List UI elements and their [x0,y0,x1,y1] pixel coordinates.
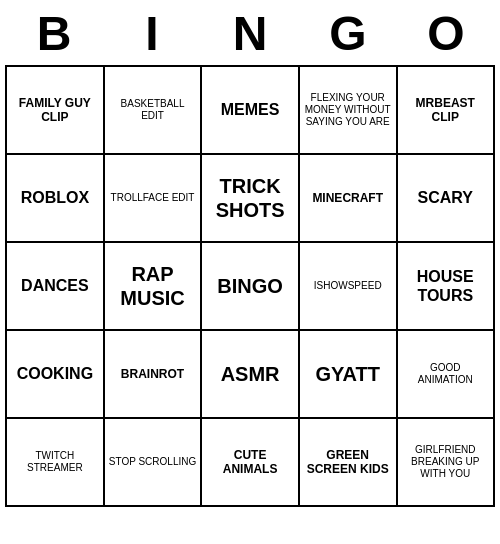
letter-o: O [402,6,490,61]
cell-r4-c0[interactable]: TWITCH STREAMER [6,418,104,506]
cell-r4-c2[interactable]: CUTE ANIMALS [201,418,299,506]
cell-r2-c1[interactable]: RAP MUSIC [104,242,202,330]
cell-r0-c2[interactable]: MEMES [201,66,299,154]
cell-r0-c3[interactable]: FLEXING YOUR MONEY WITHOUT SAYING YOU AR… [299,66,397,154]
cell-r2-c4[interactable]: HOUSE TOURS [397,242,494,330]
letter-i: I [108,6,196,61]
cell-r0-c1[interactable]: BASKETBALL EDIT [104,66,202,154]
cell-r2-c3[interactable]: ISHOWSPEED [299,242,397,330]
bingo-header: B I N G O [5,0,495,65]
cell-r0-c4[interactable]: MRBEAST CLIP [397,66,494,154]
cell-r3-c4[interactable]: GOOD ANIMATION [397,330,494,418]
bingo-grid: FAMILY GUY CLIPBASKETBALL EDITMEMESFLEXI… [5,65,495,507]
cell-r3-c0[interactable]: COOKING [6,330,104,418]
letter-g: G [304,6,392,61]
cell-r2-c2[interactable]: BINGO [201,242,299,330]
letter-b: B [10,6,98,61]
cell-r4-c1[interactable]: STOP SCROLLING [104,418,202,506]
cell-r0-c0[interactable]: FAMILY GUY CLIP [6,66,104,154]
cell-r1-c1[interactable]: TROLLFACE EDIT [104,154,202,242]
cell-r2-c0[interactable]: DANCES [6,242,104,330]
cell-r1-c0[interactable]: ROBLOX [6,154,104,242]
letter-n: N [206,6,294,61]
cell-r3-c1[interactable]: BRAINROT [104,330,202,418]
cell-r3-c3[interactable]: GYATT [299,330,397,418]
cell-r4-c4[interactable]: GIRLFRIEND BREAKING UP WITH YOU [397,418,494,506]
cell-r1-c3[interactable]: MINECRAFT [299,154,397,242]
cell-r1-c4[interactable]: SCARY [397,154,494,242]
cell-r4-c3[interactable]: GREEN SCREEN KIDS [299,418,397,506]
cell-r1-c2[interactable]: TRICK SHOTS [201,154,299,242]
cell-r3-c2[interactable]: ASMR [201,330,299,418]
